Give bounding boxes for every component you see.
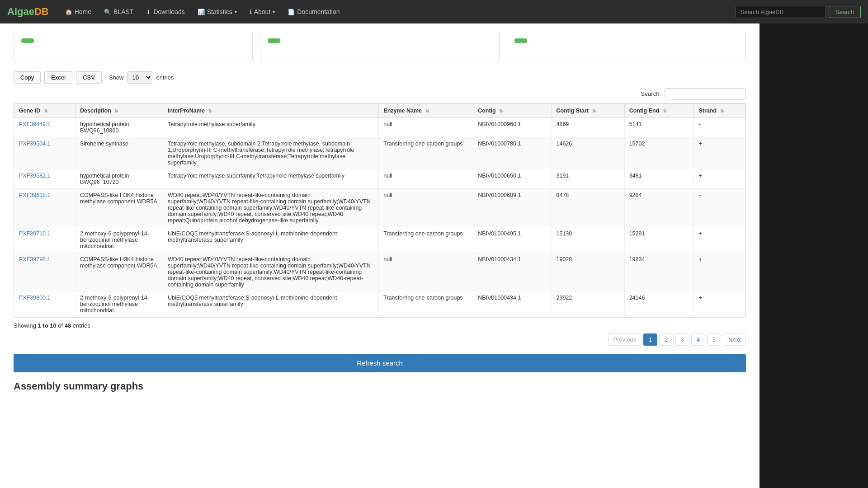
table-row: PXF39449.1 hypothetical protein BWQ96_10… bbox=[14, 118, 745, 137]
cell-gene-id: PXF39800.1 bbox=[14, 291, 75, 317]
nav-downloads[interactable]: ⬇ Downloads bbox=[141, 5, 190, 19]
nav-about-label: About bbox=[254, 8, 271, 15]
cell-strand: + bbox=[694, 291, 745, 317]
table-row: PXF39582.1 hypothetical protein BWQ96_10… bbox=[14, 169, 745, 189]
data-table-wrapper[interactable]: Gene ID ⇅ Description ⇅ InterProName ⇅ E… bbox=[14, 103, 746, 318]
cell-interproname: WD40 repeat;WD40/YVTN repeat-like-contai… bbox=[163, 253, 378, 291]
total-entries: 48 bbox=[65, 322, 71, 329]
cell-contig: NBIV01000609.1 bbox=[473, 189, 552, 227]
col-enzyme-name[interactable]: Enzyme Name ⇅ bbox=[379, 104, 473, 118]
home-icon: 🏠 bbox=[65, 9, 72, 15]
table-controls: Copy Excel CSV Show 10 25 50 100 entries bbox=[14, 71, 746, 84]
cell-description: hypothetical protein BWQ96_10860 bbox=[75, 118, 163, 137]
brand-db: DB bbox=[34, 6, 49, 17]
nav-documentation[interactable]: 📄 Documentation bbox=[282, 5, 345, 19]
cell-enzyme: null bbox=[379, 189, 473, 227]
summary-card-3 bbox=[507, 31, 746, 62]
cell-description: 2-methoxy-6-polyprenyl-14-benzoquinol me… bbox=[75, 291, 163, 317]
brand-logo[interactable]: AlgaeDB bbox=[7, 6, 49, 18]
cell-gene-id: PXF39618.1 bbox=[14, 189, 75, 227]
cell-contig: NBIV01000650.1 bbox=[473, 169, 552, 189]
table-row: PXF39800.1 2-methoxy-6-polyprenyl-14-ben… bbox=[14, 291, 745, 317]
table-search-input[interactable] bbox=[665, 88, 746, 99]
table-header: Gene ID ⇅ Description ⇅ InterProName ⇅ E… bbox=[14, 104, 745, 118]
nav-downloads-label: Downloads bbox=[153, 8, 184, 15]
sort-icon-description: ⇅ bbox=[114, 108, 118, 113]
col-strand[interactable]: Strand ⇅ bbox=[694, 104, 745, 118]
sort-icon-contig: ⇅ bbox=[499, 108, 503, 113]
cell-enzyme: Transferring one-carbon groups bbox=[379, 227, 473, 253]
cell-interproname: WD40 repeat;WD40/YVTN repeat-like-contai… bbox=[163, 189, 378, 227]
table-row: PXF39710.1 2-methoxy-6-polyprenyl-14-ben… bbox=[14, 227, 745, 253]
col-contig-end[interactable]: Contig End ⇅ bbox=[624, 104, 694, 118]
cell-contig-start: 14626 bbox=[552, 137, 624, 169]
search-button[interactable]: Search bbox=[829, 6, 861, 18]
brand-algae: Algae bbox=[7, 6, 34, 17]
cell-contig-start: 4869 bbox=[552, 118, 624, 137]
card-btn-3[interactable] bbox=[514, 38, 527, 43]
excel-button[interactable]: Excel bbox=[44, 71, 72, 84]
cell-strand: + bbox=[694, 227, 745, 253]
navbar-nav: 🏠 Home 🔍 BLAST ⬇ Downloads 📊 Statistics … bbox=[60, 5, 736, 19]
cell-gene-id: PXF39504.1 bbox=[14, 137, 75, 169]
nav-home[interactable]: 🏠 Home bbox=[60, 5, 97, 19]
nav-statistics-label: Statistics bbox=[207, 8, 232, 15]
cell-interproname: UbiE/COQ5 methyltransferase;S-adenosyl-L… bbox=[163, 291, 378, 317]
nav-about[interactable]: ℹ About bbox=[244, 5, 281, 19]
pagination-page-3[interactable]: 3 bbox=[675, 333, 689, 346]
pagination-previous[interactable]: Previous bbox=[608, 333, 642, 346]
pagination-next[interactable]: Next bbox=[723, 333, 746, 346]
col-description[interactable]: Description ⇅ bbox=[75, 104, 163, 118]
summary-card-1 bbox=[14, 31, 253, 62]
nav-blast[interactable]: 🔍 BLAST bbox=[99, 5, 139, 19]
search-input[interactable] bbox=[736, 6, 826, 18]
pagination-page-1[interactable]: 1 bbox=[643, 333, 657, 346]
documentation-icon: 📄 bbox=[288, 9, 295, 15]
pagination-page-2[interactable]: 2 bbox=[659, 333, 673, 346]
table-body: PXF39449.1 hypothetical protein BWQ96_10… bbox=[14, 118, 745, 317]
cell-interproname: Tetrapyrrole methylase superfamily;Tetra… bbox=[163, 169, 378, 189]
cell-description: 2-methoxy-6-polyprenyl-14-benzoquinol me… bbox=[75, 227, 163, 253]
showing-range: 1 to 10 bbox=[38, 322, 56, 329]
refresh-search-button[interactable]: Refresh search bbox=[14, 354, 746, 372]
entries-label: entries bbox=[156, 74, 174, 81]
nav-home-label: Home bbox=[75, 8, 91, 15]
sort-icon-contig-start: ⇅ bbox=[592, 108, 596, 113]
summary-cards bbox=[14, 31, 746, 62]
navbar: AlgaeDB 🏠 Home 🔍 BLAST ⬇ Downloads 📊 Sta… bbox=[0, 0, 868, 23]
cell-description: COMPASS-like H3K4 histone methylase comp… bbox=[75, 189, 163, 227]
col-contig[interactable]: Contig ⇅ bbox=[473, 104, 552, 118]
col-interproname[interactable]: InterProName ⇅ bbox=[163, 104, 378, 118]
cell-gene-id: PXF39449.1 bbox=[14, 118, 75, 137]
col-contig-start[interactable]: Contig Start ⇅ bbox=[552, 104, 624, 118]
table-row: PXF39618.1 COMPASS-like H3K4 histone met… bbox=[14, 189, 745, 227]
pagination: Previous 1 2 3 4 5 Next bbox=[14, 333, 746, 346]
cell-contig-start: 19028 bbox=[552, 253, 624, 291]
show-select[interactable]: 10 25 50 100 bbox=[127, 71, 152, 84]
cell-contig-start: 8478 bbox=[552, 189, 624, 227]
cell-enzyme: Transferring one-carbon groups bbox=[379, 137, 473, 169]
copy-button[interactable]: Copy bbox=[14, 71, 41, 84]
cell-gene-id: PXF39582.1 bbox=[14, 169, 75, 189]
showing-text: Showing bbox=[14, 322, 38, 329]
cell-contig-end: 15291 bbox=[624, 227, 694, 253]
cell-strand: + bbox=[694, 253, 745, 291]
cell-enzyme: null bbox=[379, 118, 473, 137]
cell-contig-end: 19834 bbox=[624, 253, 694, 291]
entries-suffix: entries bbox=[71, 322, 90, 329]
of-text: of bbox=[57, 322, 65, 329]
nav-statistics[interactable]: 📊 Statistics bbox=[192, 5, 242, 19]
show-label: Show bbox=[109, 74, 124, 81]
cell-strand: + bbox=[694, 137, 745, 169]
cell-strand: - bbox=[694, 118, 745, 137]
cell-contig: NBIV01000495.1 bbox=[473, 227, 552, 253]
card-btn-2[interactable] bbox=[268, 38, 280, 43]
table-search-bar: Search: bbox=[14, 88, 746, 99]
cell-description: hypothetical protein BWQ96_10720 bbox=[75, 169, 163, 189]
col-gene-id[interactable]: Gene ID ⇅ bbox=[14, 104, 75, 118]
pagination-page-5[interactable]: 5 bbox=[707, 333, 721, 346]
card-btn-1[interactable] bbox=[21, 38, 34, 43]
blast-icon: 🔍 bbox=[104, 9, 111, 15]
csv-button[interactable]: CSV bbox=[76, 71, 102, 84]
pagination-page-4[interactable]: 4 bbox=[691, 333, 705, 346]
